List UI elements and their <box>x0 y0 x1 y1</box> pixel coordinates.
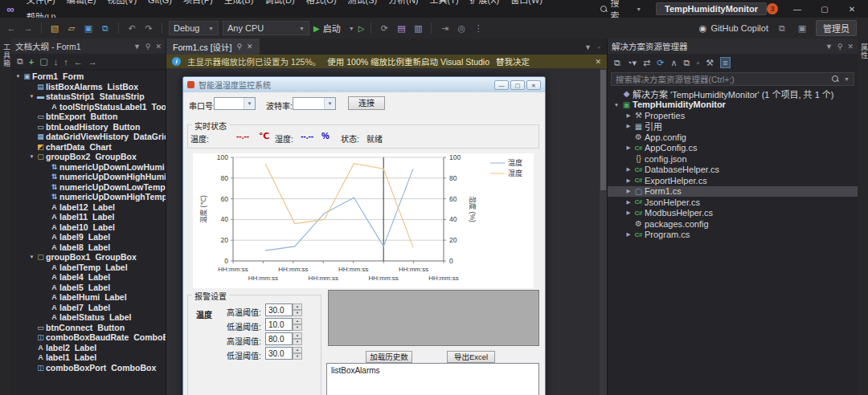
spin-up-icon[interactable]: ▲ <box>293 318 302 324</box>
collapsed-arrow-icon[interactable]: ▶ <box>624 166 633 173</box>
preview-icon[interactable]: ◦ <box>696 58 699 67</box>
close-panel-icon[interactable]: ✕ <box>847 43 854 51</box>
pending-changes-filter-icon[interactable]: ◔▾ <box>627 58 637 68</box>
properties-icon[interactable]: ⧉ <box>684 58 690 68</box>
solution-item-引用[interactable]: ▶▦引用 <box>608 121 858 132</box>
decide-for-me-link[interactable]: 替我决定 <box>496 55 530 67</box>
solution-item-temphumiditymonitor[interactable]: ▼▣TempHumidityMonitor <box>608 100 858 111</box>
step-icons[interactable]: ⇥ <box>438 23 451 34</box>
low-humi-threshold-input[interactable]: 30.0 <box>265 347 293 360</box>
collapse-all-icon[interactable]: ∧ <box>670 58 677 68</box>
solution-item-appconfig-cs[interactable]: ▶C#AppConfig.cs <box>608 143 858 154</box>
solution-item-exporthelper-cs[interactable]: ▶C#ExportHelper.cs <box>608 175 858 186</box>
start-without-debug-icon[interactable]: ▷ <box>358 24 365 33</box>
low-temp-threshold-input[interactable]: 10.0 <box>265 318 293 331</box>
spin-down-icon[interactable]: ▼ <box>293 353 302 360</box>
move-down-icon[interactable]: ↓ <box>54 57 59 67</box>
navigate-back-icon[interactable]: ← <box>5 23 18 33</box>
outline-item-btnloadhistory[interactable]: ▭btnLoadHistoryButton <box>11 122 166 132</box>
port-combobox[interactable]: ▼ <box>214 97 256 110</box>
outline-item-comboboxport[interactable]: ◫comboBoxPortComboBox <box>11 363 166 373</box>
outline-item-labelhumi[interactable]: AlabelHumiLabel <box>11 292 166 303</box>
expanded-arrow-icon[interactable]: ▼ <box>612 102 620 108</box>
save-icon[interactable]: ▣ <box>82 23 95 34</box>
solution-item-program-cs[interactable]: ▶C#Program.cs <box>608 230 858 241</box>
restart-100-link[interactable]: 使用 100% 缩放比例重新启动 Visual Studio <box>327 55 489 67</box>
save-all-icon[interactable]: ⧉ <box>99 23 112 34</box>
open-folder-icon[interactable]: ▱ <box>65 23 78 34</box>
collapsed-arrow-icon[interactable]: ▶ <box>624 188 633 194</box>
collapsed-arrow-icon[interactable]: ▶ <box>624 231 633 238</box>
restore-button[interactable]: ▢ <box>817 5 833 14</box>
window-position-icon[interactable]: ▼ <box>133 43 141 51</box>
collapsed-arrow-icon[interactable]: ▶ <box>624 210 633 216</box>
menu-file[interactable]: 文件(F) <box>21 0 61 5</box>
solution-platform-select[interactable]: Any CPU▼ <box>223 21 309 35</box>
properties-tab[interactable]: 属性 <box>859 39 868 59</box>
navigate-forward-icon[interactable]: → <box>22 23 35 33</box>
menu-extensions[interactable]: 扩展(X) <box>465 0 506 5</box>
close-button[interactable]: ✕ <box>844 5 860 14</box>
solution-item-jsonhelper-cs[interactable]: ▶C#JsonHelper.cs <box>608 197 858 208</box>
spin-down-icon[interactable]: ▼ <box>293 339 302 345</box>
solution-item-解决方案-temphumiditymonitor-1-个项目-共-1-个[interactable]: ◆解决方案 'TempHumidityMonitor' (1 个项目, 共 1 … <box>608 88 858 100</box>
find-in-files-icon[interactable]: ▤ <box>395 23 407 34</box>
menu-window[interactable]: 窗口(W) <box>505 0 548 5</box>
collapsed-arrow-icon[interactable]: ▶ <box>624 123 633 129</box>
outline-item-label2[interactable]: Alabel2Label <box>11 343 166 353</box>
menu-edit[interactable]: 编辑(E) <box>61 0 102 5</box>
menu-view[interactable]: 视图(V) <box>101 0 142 5</box>
outline-item-label1[interactable]: Alabel1Label <box>11 352 166 363</box>
outline-item-btnconnect[interactable]: ▭btnConnectButton <box>11 323 166 333</box>
new-project-icon[interactable]: ▧ <box>48 23 61 34</box>
solution-item-packages-config[interactable]: ⚙packages.config <box>608 218 858 230</box>
forms-designer-surface[interactable]: 智能温湿度监控系统 — ▢ ✕ 串口号: ▼ 波特率: <box>166 68 607 395</box>
move-in-icon[interactable]: → <box>88 57 97 67</box>
menu-analyze[interactable]: 分析(N) <box>383 0 424 5</box>
start-debug-button[interactable]: ▶ 启动 ▼ <box>313 22 354 35</box>
document-well-options-icon[interactable]: ◦ <box>598 43 600 51</box>
menu-build[interactable]: 生成(B) <box>219 0 260 5</box>
outline-item-numericupdownhighhumi[interactable]: ⇅numericUpDownHighHumiNumericUpDown <box>11 172 166 182</box>
tab-form1-designer[interactable]: Form1.cs [设计] ⚲ ✕ <box>166 39 260 55</box>
outline-item-labeltemp[interactable]: AlabelTempLabel <box>11 263 166 273</box>
outline-item-numericupdownhightemp[interactable]: ⇅numericUpDownHighTempNumericUpDown <box>11 192 166 202</box>
menu-tools[interactable]: 工具(T) <box>424 0 465 5</box>
collapsed-arrow-icon[interactable]: ▶ <box>624 145 633 151</box>
outline-item-label8[interactable]: Alabel8Label <box>11 242 166 253</box>
undo-icon[interactable]: ↶ <box>125 23 138 34</box>
export-excel-button[interactable]: 导出Excel <box>447 351 495 363</box>
menu-debug[interactable]: 调试(D) <box>259 0 300 5</box>
connect-button[interactable]: 连接 <box>348 96 385 110</box>
expanded-arrow-icon[interactable]: ▼ <box>28 255 35 259</box>
send-feedback-icon[interactable]: ⧉ <box>776 23 788 34</box>
refresh-icon[interactable]: ⟳ <box>657 58 664 68</box>
designed-form-window[interactable]: 智能温湿度监控系统 — ▢ ✕ 串口号: ▼ 波特率: <box>182 76 546 395</box>
wrench-icon[interactable]: ⚒ <box>706 58 714 68</box>
outline-item-numericupdownlowtemp[interactable]: ⇅numericUpDownLowTempNumericUpDown <box>11 182 166 193</box>
spin-up-icon[interactable]: ▲ <box>293 332 302 339</box>
spin-up-icon[interactable]: ▲ <box>293 347 302 353</box>
collapse-all-icon[interactable]: ⧉ <box>17 56 23 67</box>
designer-vertical-scrollbar[interactable] <box>600 68 607 395</box>
pin-icon[interactable]: ⚲ <box>237 43 243 51</box>
hot-reload-icon[interactable]: ⟳ <box>378 23 391 34</box>
outline-item-label7[interactable]: Alabel7Label <box>11 303 166 313</box>
outline-item-label4[interactable]: Alabel4Label <box>11 272 166 283</box>
solution-item-properties[interactable]: ▶⚒Properties <box>608 110 858 121</box>
menu-git[interactable]: Git(G) <box>142 0 178 5</box>
container-icon[interactable]: ▢ <box>39 56 47 67</box>
solution-item-config-json[interactable]: {}config.json <box>608 153 858 165</box>
alarms-listbox[interactable]: listBoxAlarms <box>326 363 539 395</box>
window-position-icon[interactable]: ▼ <box>825 43 833 51</box>
outline-item-label9[interactable]: Alabel9Label <box>11 232 166 242</box>
menu-test[interactable]: 测试(S) <box>342 0 383 5</box>
outline-item-comboboxbaudrate[interactable]: ◫comboBoxBaudRateComboBox <box>11 332 166 343</box>
outline-item-chartdata[interactable]: ◩chartDataChart <box>11 142 166 153</box>
spin-down-icon[interactable]: ▼ <box>293 324 302 331</box>
outline-item-groupbox2[interactable]: ▼▢groupBox2GroupBox <box>11 152 166 162</box>
close-infobar-icon[interactable]: ✕ <box>595 58 601 66</box>
pin-icon[interactable]: ⚲ <box>145 43 151 51</box>
outline-item-form1[interactable]: ▼▣Form1Form <box>11 71 166 82</box>
toolbox-window-icon[interactable]: ▥ <box>411 23 424 34</box>
